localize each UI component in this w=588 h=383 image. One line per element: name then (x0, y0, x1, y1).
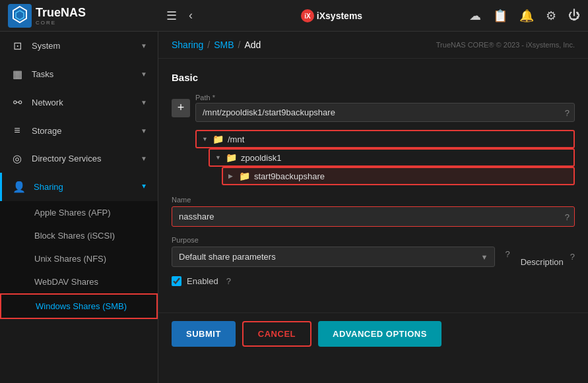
sidebar-label-directory-services: Directory Services (32, 154, 133, 163)
sidebar-item-network[interactable]: ⚯ Network ▼ (0, 88, 158, 117)
path-row: + Path * ? (172, 94, 575, 122)
app-subtitle: CORE (36, 20, 86, 26)
breadcrumb-bar: Sharing / SMB / Add TrueNAS CORE® © 2023… (158, 32, 588, 59)
tree-folder-icon-zpool: 📁 (226, 152, 237, 163)
svg-text:iX: iX (304, 13, 311, 20)
name-label: Name (172, 196, 575, 204)
sidebar-item-apple-shares[interactable]: Apple Shares (AFP) (0, 201, 158, 224)
storage-arrow: ▼ (141, 127, 147, 134)
sidebar-item-unix-shares[interactable]: Unix Shares (NFS) (0, 247, 158, 270)
storage-icon: ≡ (11, 125, 24, 136)
tree-folder-icon-start9: 📁 (239, 171, 250, 181)
tree-children-zpool: ▶ 📁 start9backupshare (222, 167, 575, 185)
webdav-shares-label: WebDAV Shares (34, 277, 98, 287)
sidebar-item-block-shares[interactable]: Block Shares (iSCSI) (0, 224, 158, 247)
description-label: Description (521, 247, 564, 267)
network-arrow: ▼ (141, 99, 147, 106)
tasks-icon: ▦ (11, 68, 24, 80)
sidebar-item-tasks[interactable]: ▦ Tasks ▼ (0, 60, 158, 88)
content-area: Sharing / SMB / Add TrueNAS CORE® © 2023… (158, 32, 588, 383)
network-icon: ⚯ (11, 96, 24, 109)
tasks-arrow: ▼ (141, 71, 147, 78)
sidebar-label-sharing: Sharing (34, 182, 133, 192)
sidebar-item-webdav-shares[interactable]: WebDAV Shares (0, 270, 158, 293)
tree-label-start9backupshare: start9backupshare (254, 171, 325, 181)
description-help-icon[interactable]: ? (570, 252, 575, 262)
tree-label-mnt: /mnt (228, 134, 244, 144)
file-tree: ▼ 📁 /mnt ▼ 📁 zpooldisk1 ▶ 📁 start9b (195, 130, 575, 185)
add-path-button[interactable]: + (172, 99, 190, 117)
sharing-sub-menu: Apple Shares (AFP) Block Shares (iSCSI) … (0, 201, 158, 319)
cloud-icon[interactable]: ☁ (469, 9, 481, 23)
system-icon: ⊡ (11, 40, 24, 52)
button-row: SUBMIT CANCEL ADVANCED OPTIONS (158, 312, 588, 355)
purpose-select-wrap: Default share parameters ▼ (172, 247, 495, 267)
section-title: Basic (172, 72, 575, 83)
breadcrumb-sharing[interactable]: Sharing (172, 40, 203, 50)
app-title: TrueNAS (36, 6, 86, 19)
name-input-wrap: ? (172, 206, 575, 227)
enabled-help-icon[interactable]: ? (226, 276, 231, 286)
purpose-label: Purpose (172, 236, 495, 244)
system-arrow: ▼ (141, 42, 147, 49)
sidebar-label-system: System (32, 41, 133, 51)
breadcrumb-smb[interactable]: SMB (214, 40, 234, 50)
tree-item-start9backupshare[interactable]: ▶ 📁 start9backupshare (222, 167, 575, 185)
purpose-section: Purpose Default share parameters ▼ (172, 236, 495, 267)
form-area: Basic + Path * ? ▼ 📁 /mnt (158, 59, 588, 312)
path-help-icon[interactable]: ? (565, 107, 570, 117)
tree-item-zpooldisk1[interactable]: ▼ 📁 zpooldisk1 (209, 148, 575, 167)
sidebar-label-tasks: Tasks (32, 69, 133, 79)
sidebar-item-sharing[interactable]: 👤 Sharing ▲ (0, 173, 158, 201)
name-field-row: Name ? (172, 196, 575, 227)
tree-toggle-mnt: ▼ (202, 136, 209, 142)
name-input[interactable] (172, 206, 575, 227)
sidebar-item-directory-services[interactable]: ◎ Directory Services ▼ (0, 144, 158, 173)
directory-services-icon: ◎ (11, 152, 24, 165)
settings-icon[interactable]: ⚙ (546, 9, 556, 23)
breadcrumb: Sharing / SMB / Add (172, 40, 261, 50)
unix-shares-label: Unix Shares (NFS) (34, 254, 106, 264)
purpose-help-icon[interactable]: ? (506, 249, 510, 259)
directory-services-arrow: ▼ (141, 155, 147, 162)
enabled-label: Enabled (187, 276, 218, 286)
hamburger-icon[interactable]: ☰ (166, 9, 177, 23)
tree-folder-icon-mnt: 📁 (212, 134, 224, 144)
breadcrumb-sep-1: / (207, 40, 210, 50)
submit-button[interactable]: SUBMIT (172, 321, 236, 347)
logo-area: TrueNAS CORE (8, 4, 166, 28)
purpose-select[interactable]: Default share parameters (172, 247, 495, 267)
enabled-checkbox[interactable] (172, 276, 181, 286)
tree-item-mnt[interactable]: ▼ 📁 /mnt (195, 130, 575, 148)
block-shares-label: Block Shares (iSCSI) (34, 231, 115, 241)
breadcrumb-add: Add (244, 40, 261, 50)
sharing-arrow: ▲ (141, 183, 147, 191)
tree-label-zpooldisk1: zpooldisk1 (241, 153, 281, 163)
breadcrumb-sep-2: / (238, 40, 241, 50)
ix-systems-logo: iX iXsystems (300, 8, 362, 24)
sidebar-item-windows-shares[interactable]: Windows Shares (SMB) (0, 293, 158, 319)
tree-children-mnt: ▼ 📁 zpooldisk1 ▶ 📁 start9backupshare (209, 148, 575, 185)
sidebar-item-storage[interactable]: ≡ Storage ▼ (0, 117, 158, 144)
sidebar-label-storage: Storage (32, 126, 133, 136)
clipboard-icon[interactable]: 📋 (493, 9, 507, 23)
sharing-icon: 👤 (13, 181, 26, 193)
apple-shares-label: Apple Shares (AFP) (34, 208, 111, 218)
sidebar-label-network: Network (32, 98, 133, 107)
tree-toggle-start9: ▶ (228, 173, 235, 179)
tree-toggle-zpooldisk1: ▼ (215, 154, 222, 161)
path-input-wrap: Path * ? (195, 94, 575, 122)
bell-icon[interactable]: 🔔 (519, 9, 534, 23)
power-icon[interactable]: ⏻ (568, 9, 580, 22)
windows-shares-label: Windows Shares (SMB) (36, 301, 127, 311)
enabled-row: Enabled ? (172, 276, 575, 286)
sidebar: ⊡ System ▼ ▦ Tasks ▼ ⚯ Network ▼ ≡ Stora… (0, 32, 158, 383)
svg-marker-2 (16, 11, 24, 20)
copyright-text: TrueNAS CORE® © 2023 - iXsystems, Inc. (436, 41, 575, 49)
advanced-options-button[interactable]: ADVANCED OPTIONS (318, 321, 441, 347)
sidebar-item-system[interactable]: ⊡ System ▼ (0, 32, 158, 60)
name-help-icon[interactable]: ? (565, 212, 570, 221)
cancel-button[interactable]: CANCEL (242, 321, 311, 347)
path-label: Path * (195, 94, 575, 102)
path-input[interactable] (195, 103, 575, 122)
